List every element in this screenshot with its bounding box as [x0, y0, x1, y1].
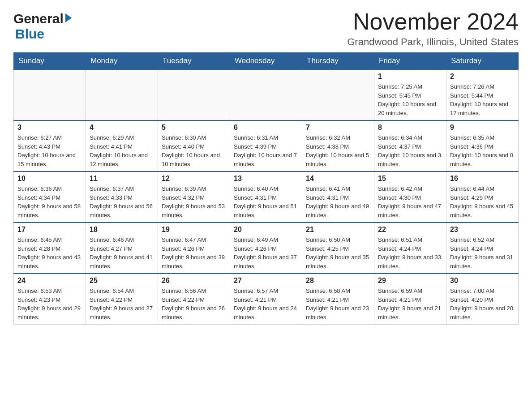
day-cell: 8Sunrise: 6:34 AM Sunset: 4:37 PM Daylig…: [374, 120, 446, 171]
day-cell: 18Sunrise: 6:46 AM Sunset: 4:27 PM Dayli…: [86, 223, 158, 274]
day-cell: 28Sunrise: 6:58 AM Sunset: 4:21 PM Dayli…: [302, 274, 374, 325]
day-cell: [86, 69, 158, 120]
day-number: 14: [306, 175, 370, 183]
day-cell: 24Sunrise: 6:53 AM Sunset: 4:23 PM Dayli…: [14, 274, 86, 325]
day-info: Sunrise: 6:37 AM Sunset: 4:33 PM Dayligh…: [90, 184, 154, 219]
logo-blue-text: Blue: [15, 26, 44, 42]
day-number: 13: [234, 175, 298, 183]
day-info: Sunrise: 6:44 AM Sunset: 4:29 PM Dayligh…: [450, 184, 515, 219]
day-info: Sunrise: 7:25 AM Sunset: 5:45 PM Dayligh…: [378, 82, 442, 117]
weekday-header-saturday: Saturday: [446, 53, 519, 70]
day-cell: 16Sunrise: 6:44 AM Sunset: 4:29 PM Dayli…: [446, 171, 519, 223]
day-info: Sunrise: 6:45 AM Sunset: 4:28 PM Dayligh…: [17, 235, 82, 270]
day-info: Sunrise: 6:59 AM Sunset: 4:21 PM Dayligh…: [378, 287, 442, 321]
day-number: 1: [378, 73, 442, 81]
weekday-header-thursday: Thursday: [302, 53, 374, 70]
day-info: Sunrise: 6:49 AM Sunset: 4:26 PM Dayligh…: [234, 235, 298, 270]
day-number: 30: [450, 277, 515, 285]
day-info: Sunrise: 7:26 AM Sunset: 5:44 PM Dayligh…: [450, 82, 515, 117]
day-info: Sunrise: 7:00 AM Sunset: 4:20 PM Dayligh…: [450, 287, 515, 321]
day-number: 24: [17, 277, 82, 285]
day-cell: 15Sunrise: 6:42 AM Sunset: 4:30 PM Dayli…: [374, 171, 446, 223]
header: General Blue November 2024 Grandwood Par…: [13, 9, 519, 48]
day-info: Sunrise: 6:30 AM Sunset: 4:40 PM Dayligh…: [162, 133, 226, 168]
day-info: Sunrise: 6:42 AM Sunset: 4:30 PM Dayligh…: [378, 184, 442, 219]
day-number: 12: [162, 175, 226, 183]
week-row-4: 17Sunrise: 6:45 AM Sunset: 4:28 PM Dayli…: [14, 223, 519, 274]
day-cell: 26Sunrise: 6:56 AM Sunset: 4:22 PM Dayli…: [158, 274, 230, 325]
day-cell: [230, 69, 302, 120]
day-number: 20: [234, 226, 298, 234]
day-info: Sunrise: 6:52 AM Sunset: 4:24 PM Dayligh…: [450, 235, 515, 270]
day-number: 29: [378, 277, 442, 285]
day-cell: 19Sunrise: 6:47 AM Sunset: 4:26 PM Dayli…: [158, 223, 230, 274]
logo-arrow-icon: [65, 13, 72, 22]
day-info: Sunrise: 6:53 AM Sunset: 4:23 PM Dayligh…: [17, 287, 82, 321]
day-cell: 3Sunrise: 6:27 AM Sunset: 4:43 PM Daylig…: [14, 120, 86, 171]
week-row-5: 24Sunrise: 6:53 AM Sunset: 4:23 PM Dayli…: [14, 274, 519, 325]
week-row-3: 10Sunrise: 6:36 AM Sunset: 4:34 PM Dayli…: [14, 171, 519, 223]
day-number: 26: [162, 277, 226, 285]
day-info: Sunrise: 6:46 AM Sunset: 4:27 PM Dayligh…: [90, 235, 154, 270]
day-number: 27: [234, 277, 298, 285]
day-number: 15: [378, 175, 442, 183]
weekday-header-wednesday: Wednesday: [230, 53, 302, 70]
day-info: Sunrise: 6:32 AM Sunset: 4:38 PM Dayligh…: [306, 133, 370, 168]
week-row-2: 3Sunrise: 6:27 AM Sunset: 4:43 PM Daylig…: [14, 120, 519, 171]
day-cell: 23Sunrise: 6:52 AM Sunset: 4:24 PM Dayli…: [446, 223, 519, 274]
day-info: Sunrise: 6:51 AM Sunset: 4:24 PM Dayligh…: [378, 235, 442, 270]
day-number: 2: [450, 73, 515, 81]
day-cell: 9Sunrise: 6:35 AM Sunset: 4:36 PM Daylig…: [446, 120, 519, 171]
day-number: 8: [378, 124, 442, 132]
day-info: Sunrise: 6:41 AM Sunset: 4:31 PM Dayligh…: [306, 184, 370, 219]
day-cell: 17Sunrise: 6:45 AM Sunset: 4:28 PM Dayli…: [14, 223, 86, 274]
day-info: Sunrise: 6:54 AM Sunset: 4:22 PM Dayligh…: [90, 287, 154, 321]
day-cell: 21Sunrise: 6:50 AM Sunset: 4:25 PM Dayli…: [302, 223, 374, 274]
day-info: Sunrise: 6:29 AM Sunset: 4:41 PM Dayligh…: [90, 133, 154, 168]
calendar: SundayMondayTuesdayWednesdayThursdayFrid…: [13, 52, 519, 325]
day-number: 10: [17, 175, 82, 183]
day-info: Sunrise: 6:27 AM Sunset: 4:43 PM Dayligh…: [17, 133, 82, 168]
logo: General Blue: [13, 9, 72, 42]
day-info: Sunrise: 6:40 AM Sunset: 4:31 PM Dayligh…: [234, 184, 298, 219]
weekday-header-sunday: Sunday: [14, 53, 86, 70]
day-cell: 30Sunrise: 7:00 AM Sunset: 4:20 PM Dayli…: [446, 274, 519, 325]
weekday-header-row: SundayMondayTuesdayWednesdayThursdayFrid…: [14, 53, 519, 70]
week-row-1: 1Sunrise: 7:25 AM Sunset: 5:45 PM Daylig…: [14, 69, 519, 120]
day-number: 23: [450, 226, 515, 234]
day-cell: 5Sunrise: 6:30 AM Sunset: 4:40 PM Daylig…: [158, 120, 230, 171]
day-cell: [158, 69, 230, 120]
title-area: November 2024 Grandwood Park, Illinois, …: [347, 9, 519, 48]
day-number: 3: [17, 124, 82, 132]
day-cell: 6Sunrise: 6:31 AM Sunset: 4:39 PM Daylig…: [230, 120, 302, 171]
day-number: 21: [306, 226, 370, 234]
day-info: Sunrise: 6:57 AM Sunset: 4:21 PM Dayligh…: [234, 287, 298, 321]
day-number: 6: [234, 124, 298, 132]
day-number: 25: [90, 277, 154, 285]
weekday-header-tuesday: Tuesday: [158, 53, 230, 70]
month-title: November 2024: [347, 9, 519, 34]
day-cell: 7Sunrise: 6:32 AM Sunset: 4:38 PM Daylig…: [302, 120, 374, 171]
day-number: 5: [162, 124, 226, 132]
day-number: 18: [90, 226, 154, 234]
day-info: Sunrise: 6:50 AM Sunset: 4:25 PM Dayligh…: [306, 235, 370, 270]
day-info: Sunrise: 6:47 AM Sunset: 4:26 PM Dayligh…: [162, 235, 226, 270]
day-info: Sunrise: 6:34 AM Sunset: 4:37 PM Dayligh…: [378, 133, 442, 168]
day-info: Sunrise: 6:31 AM Sunset: 4:39 PM Dayligh…: [234, 133, 298, 168]
day-cell: 29Sunrise: 6:59 AM Sunset: 4:21 PM Dayli…: [374, 274, 446, 325]
day-cell: 25Sunrise: 6:54 AM Sunset: 4:22 PM Dayli…: [86, 274, 158, 325]
day-number: 4: [90, 124, 154, 132]
weekday-header-friday: Friday: [374, 53, 446, 70]
weekday-header-monday: Monday: [86, 53, 158, 70]
location-text: Grandwood Park, Illinois, United States: [347, 36, 519, 48]
day-number: 16: [450, 175, 515, 183]
day-info: Sunrise: 6:35 AM Sunset: 4:36 PM Dayligh…: [450, 133, 515, 168]
day-cell: 1Sunrise: 7:25 AM Sunset: 5:45 PM Daylig…: [374, 69, 446, 120]
day-info: Sunrise: 6:39 AM Sunset: 4:32 PM Dayligh…: [162, 184, 226, 219]
day-number: 17: [17, 226, 82, 234]
day-cell: 2Sunrise: 7:26 AM Sunset: 5:44 PM Daylig…: [446, 69, 519, 120]
day-info: Sunrise: 6:36 AM Sunset: 4:34 PM Dayligh…: [17, 184, 82, 219]
day-cell: 14Sunrise: 6:41 AM Sunset: 4:31 PM Dayli…: [302, 171, 374, 223]
day-number: 19: [162, 226, 226, 234]
day-number: 11: [90, 175, 154, 183]
